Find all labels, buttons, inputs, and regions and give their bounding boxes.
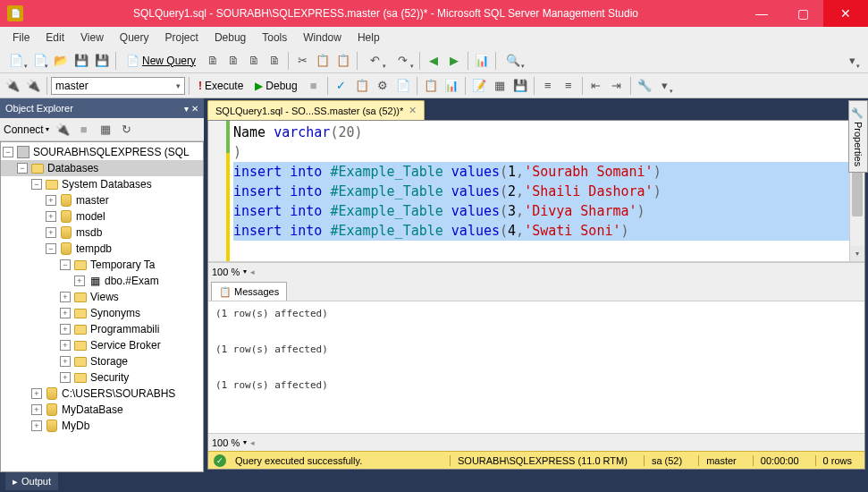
toolbar-options2-button[interactable]: ▾ — [655, 76, 675, 96]
parse-button[interactable]: ✓ — [332, 76, 351, 96]
expand-icon[interactable]: + — [60, 340, 71, 351]
results-to-text-button[interactable]: 📝 — [469, 76, 489, 96]
results-to-grid-button[interactable]: ▦ — [490, 76, 510, 96]
analysis-dmx-button[interactable]: 🗎 — [244, 51, 264, 71]
specify-values-button[interactable]: 🔧 — [635, 76, 654, 96]
debug-button[interactable]: ▶Debug — [249, 76, 302, 96]
save-button[interactable]: 💾 — [72, 51, 91, 71]
nav-back-button[interactable]: ◀ — [424, 51, 443, 71]
tree-tempdb[interactable]: −tempdb — [1, 241, 203, 257]
expand-icon[interactable]: + — [60, 356, 71, 367]
disconnect-button[interactable]: 🔌 — [53, 120, 72, 140]
tree-databases[interactable]: −Databases — [1, 160, 203, 176]
expand-icon[interactable]: + — [46, 227, 56, 238]
tree-dbo-exam[interactable]: +▦dbo.#Exam — [1, 273, 203, 289]
menu-query[interactable]: Query — [113, 29, 156, 47]
refresh-button[interactable]: ↻ — [117, 120, 137, 140]
code-text[interactable]: Name varchar(20))insert into #Example_Ta… — [228, 121, 849, 261]
maximize-button[interactable]: ▢ — [782, 0, 823, 27]
messages-body[interactable]: (1 row(s) affected) (1 row(s) affected) … — [208, 301, 864, 433]
database-engine-query-button[interactable]: 🗎 — [203, 51, 223, 71]
tree-synonyms[interactable]: +Synonyms — [1, 305, 203, 321]
results-to-file-button[interactable]: 💾 — [510, 76, 530, 96]
execute-button[interactable]: !Execute — [193, 76, 249, 96]
expand-icon[interactable]: + — [46, 211, 56, 222]
menu-project[interactable]: Project — [158, 29, 206, 47]
actual-plan-button[interactable]: 📋 — [421, 76, 441, 96]
tree-server[interactable]: −SOURABH\SQLEXPRESS (SQL — [1, 144, 203, 160]
decrease-indent-button[interactable]: ⇤ — [586, 76, 606, 96]
tree-views[interactable]: +Views — [1, 289, 203, 305]
tree-programmability[interactable]: +Programmabili — [1, 321, 203, 337]
menu-view[interactable]: View — [73, 29, 111, 47]
expand-icon[interactable]: + — [31, 420, 42, 431]
database-combo[interactable]: master▾ — [51, 77, 185, 95]
add-item-button[interactable]: 📄 — [30, 51, 50, 71]
collapse-icon[interactable]: − — [60, 259, 71, 270]
client-stats-button[interactable]: 📊 — [442, 76, 461, 96]
tree-msdb[interactable]: +msdb — [1, 225, 203, 241]
tree-cusers[interactable]: +C:\USERS\SOURABHS — [1, 386, 203, 402]
query-options-button[interactable]: ⚙ — [373, 76, 392, 96]
save-all-button[interactable]: 💾 — [92, 51, 112, 71]
find-button[interactable]: 🔍 — [500, 51, 527, 71]
tree-master[interactable]: +master — [1, 192, 203, 208]
zoom-value[interactable]: 100 % — [212, 267, 240, 277]
nav-forward-button[interactable]: ▶ — [444, 51, 464, 71]
analysis-xmla-button[interactable]: 🗎 — [265, 51, 284, 71]
tree-temporary-tables[interactable]: −Temporary Ta — [1, 257, 203, 273]
undo-button[interactable]: ↶ — [361, 51, 388, 71]
menu-window[interactable]: Window — [296, 29, 349, 47]
connect-button[interactable]: Connect ▾ — [4, 123, 51, 136]
menu-tools[interactable]: Tools — [255, 29, 294, 47]
activity-monitor-button[interactable]: 📊 — [472, 51, 492, 71]
menu-file[interactable]: File — [5, 29, 37, 47]
close-button[interactable]: ✕ — [823, 0, 868, 27]
menu-edit[interactable]: Edit — [38, 29, 72, 47]
change-connection-button[interactable]: 🔌 — [23, 76, 43, 96]
tree-model[interactable]: +model — [1, 208, 203, 225]
collapse-icon[interactable]: − — [31, 179, 42, 190]
paste-button[interactable]: 📋 — [333, 51, 353, 71]
comment-button[interactable]: ≡ — [538, 76, 558, 96]
properties-tab[interactable]: 🔧 Properties — [848, 100, 868, 173]
tree-service-broker[interactable]: +Service Broker — [1, 337, 203, 353]
intellisense-button[interactable]: 📄 — [393, 76, 413, 96]
menu-debug[interactable]: Debug — [207, 29, 253, 47]
analysis-mdx-button[interactable]: 🗎 — [223, 51, 243, 71]
object-tree[interactable]: −SOURABH\SQLEXPRESS (SQL −Databases −Sys… — [0, 141, 204, 472]
expand-icon[interactable]: + — [60, 308, 71, 318]
tab-output[interactable]: ▸Output — [5, 472, 58, 490]
minimize-button[interactable]: — — [741, 0, 782, 27]
estimated-plan-button[interactable]: 📋 — [352, 76, 372, 96]
code-editor[interactable]: Name varchar(20))insert into #Example_Ta… — [208, 121, 864, 262]
collapse-icon[interactable]: − — [46, 243, 56, 254]
tree-system-databases[interactable]: −System Databases — [1, 176, 203, 192]
stop-button[interactable]: ■ — [74, 120, 94, 140]
object-explorer-header[interactable]: Object Explorer ▾ ✕ — [0, 98, 204, 118]
expand-icon[interactable]: + — [31, 404, 42, 415]
collapse-icon[interactable]: − — [3, 147, 13, 157]
expand-icon[interactable]: + — [60, 324, 71, 335]
collapse-icon[interactable]: − — [17, 163, 28, 174]
connect-button[interactable]: 🔌 — [3, 76, 22, 96]
redo-button[interactable]: ↷ — [389, 51, 416, 71]
cut-button[interactable]: ✂ — [292, 51, 312, 71]
expand-icon[interactable]: + — [60, 292, 71, 302]
filter-button[interactable]: ▦ — [96, 120, 115, 140]
zoom-value[interactable]: 100 % — [212, 437, 240, 448]
tree-mydatabase[interactable]: +MyDataBase — [1, 402, 203, 418]
tree-security[interactable]: +Security — [1, 369, 203, 386]
close-panel-icon[interactable]: ▾ ✕ — [184, 104, 198, 114]
tree-storage[interactable]: +Storage — [1, 353, 203, 369]
scroll-down-icon[interactable]: ▾ — [850, 246, 864, 261]
open-file-button[interactable]: 📂 — [51, 51, 71, 71]
new-project-button[interactable]: 📄 — [3, 51, 29, 71]
tab-sqlquery1[interactable]: SQLQuery1.sql - SO...SS.master (sa (52))… — [207, 100, 425, 120]
expand-icon[interactable]: + — [74, 276, 85, 286]
uncomment-button[interactable]: ≡ — [559, 76, 578, 96]
toolbar-options-button[interactable]: ▾ — [842, 51, 862, 71]
expand-icon[interactable]: + — [60, 372, 71, 383]
expand-icon[interactable]: + — [46, 195, 56, 206]
new-query-button[interactable]: 📄New Query — [120, 51, 202, 71]
